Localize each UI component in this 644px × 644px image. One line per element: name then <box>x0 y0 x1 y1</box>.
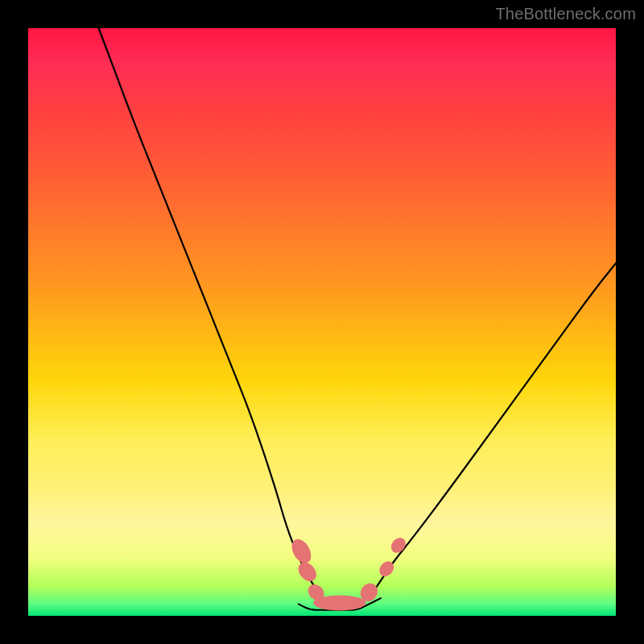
chart-frame: TheBottleneck.com <box>0 0 644 644</box>
series-right-curve <box>369 263 616 598</box>
marker-layer <box>288 535 409 610</box>
plot-area <box>28 28 616 616</box>
series-left-curve <box>99 28 322 598</box>
chart-svg <box>28 28 616 616</box>
watermark-text: TheBottleneck.com <box>495 5 636 23</box>
curve-layer <box>99 28 616 610</box>
valley-marker-3 <box>313 595 366 610</box>
